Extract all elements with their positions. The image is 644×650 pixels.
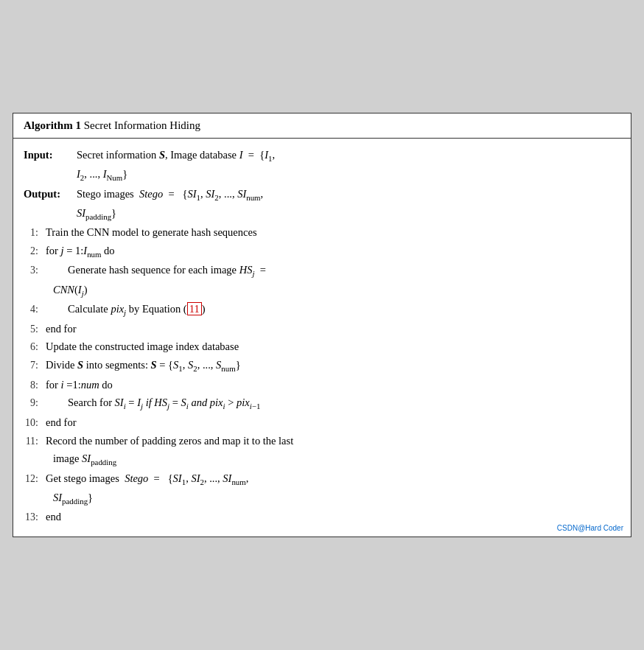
step-5: 5: end for — [24, 320, 620, 338]
step-5-content: end for — [46, 320, 620, 338]
input-continuation: I2, ..., INum} — [24, 165, 620, 184]
step-2: 2: for j = 1:Inum do — [24, 242, 620, 261]
step-9: 9: Search for SIi = Ij if HSj = Si and p… — [24, 394, 620, 413]
step-10-content: end for — [46, 413, 620, 432]
step-4-content: Calculate pixj by Equation (11) — [46, 300, 620, 319]
step-3: 3: Generate hash sequence for each image… — [24, 261, 620, 280]
step-2-content: for j = 1:Inum do — [46, 242, 620, 261]
step-12-content: Get stego images Stego = {SI1, SI2, ...,… — [46, 469, 620, 489]
line-num-10: 10: — [24, 414, 46, 432]
line-num-2: 2: — [24, 242, 46, 260]
line-num-4: 4: — [24, 301, 46, 318]
step-1: 1: Train the CNN model to generate hash … — [24, 223, 620, 242]
line-num-13: 13: — [24, 509, 46, 526]
line-num-9: 9: — [24, 394, 46, 412]
output-label: Output: — [24, 185, 77, 203]
line-num-12: 12: — [24, 470, 46, 488]
step-10: 10: end for — [24, 413, 620, 432]
algorithm-title-bar: Algorithm 1 Secret Information Hiding — [13, 113, 631, 139]
step-7-content: Divide S into segments: S = {S1, S2, ...… — [46, 356, 620, 375]
input-line: Input: Secret information S, Image datab… — [24, 146, 620, 165]
output-line: Output: Stego images Stego = {SI1, SI2, … — [24, 185, 620, 204]
watermark: CSDN@Hard Coder — [557, 524, 623, 532]
algorithm-container: Algorithm 1 Secret Information Hiding In… — [13, 113, 631, 537]
input-content: Secret information S, Image database I =… — [77, 146, 620, 165]
step-13-content: end — [46, 508, 620, 526]
algorithm-label: Algorithm 1 — [24, 119, 81, 131]
step-11-continuation: image SIpadding — [24, 450, 620, 469]
algorithm-content: Input: Secret information S, Image datab… — [13, 139, 631, 537]
step-6: 6: Update the constructed image index da… — [24, 338, 620, 356]
step-11-content: Record the number of padding zeros and m… — [46, 432, 620, 450]
step-1-content: Train the CNN model to generate hash seq… — [46, 223, 620, 242]
step-12: 12: Get stego images Stego = {SI1, SI2, … — [24, 469, 620, 489]
input-label: Input: — [24, 146, 77, 164]
line-num-6: 6: — [24, 338, 46, 356]
line-num-1: 1: — [24, 224, 46, 242]
line-num-5: 5: — [24, 321, 46, 338]
step-8-content: for i =1:num do — [46, 376, 620, 394]
output-content: Stego images Stego = {SI1, SI2, ..., SIn… — [77, 185, 620, 204]
step-9-content: Search for SIi = Ij if HSj = Si and pixi… — [46, 394, 620, 413]
step-6-content: Update the constructed image index datab… — [46, 338, 620, 356]
step-12-continuation: SIpadding} — [24, 489, 620, 508]
algorithm-title: Secret Information Hiding — [84, 119, 200, 131]
line-num-8: 8: — [24, 377, 46, 394]
step-3-content: Generate hash sequence for each image HS… — [46, 261, 620, 280]
step-11: 11: Record the number of padding zeros a… — [24, 432, 620, 450]
step-3-continuation: CNN(Ij) — [24, 281, 620, 300]
line-num-11: 11: — [24, 433, 46, 450]
step-4: 4: Calculate pixj by Equation (11) — [24, 300, 620, 319]
step-13: 13: end — [24, 508, 620, 526]
equation-ref: 11 — [187, 302, 202, 315]
step-8: 8: for i =1:num do — [24, 376, 620, 394]
step-7: 7: Divide S into segments: S = {S1, S2, … — [24, 356, 620, 375]
output-continuation: SIpadding} — [24, 204, 620, 223]
line-num-3: 3: — [24, 262, 46, 279]
line-num-7: 7: — [24, 357, 46, 374]
